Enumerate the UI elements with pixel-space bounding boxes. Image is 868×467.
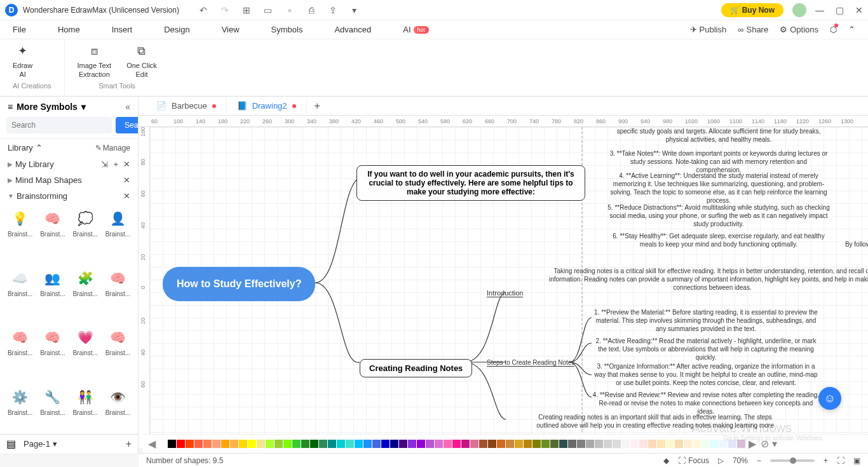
shape-item[interactable]: 🧠Brainst... — [103, 269, 133, 325]
palette-swatch[interactable] — [159, 440, 167, 448]
maximize-button[interactable]: ▢ — [836, 5, 844, 15]
palette-swatch[interactable] — [444, 440, 452, 448]
shape-item[interactable]: 🧠Brainst... — [5, 328, 35, 384]
palette-swatch[interactable] — [399, 440, 407, 448]
edraw-ai-button[interactable]: ✦ Edraw AI — [13, 44, 32, 79]
menu-advanced[interactable]: Advanced — [334, 25, 371, 34]
shape-item[interactable]: 🧩Brainst... — [71, 269, 100, 325]
palette-swatch[interactable] — [390, 440, 398, 448]
publish-button[interactable]: ✈ Publish — [690, 25, 727, 34]
search-button[interactable]: Search — [116, 117, 139, 133]
shape-item[interactable]: 👤Brainst... — [103, 209, 133, 265]
redo-icon[interactable]: ↷ — [220, 5, 230, 15]
canvas[interactable]: How to Study Effectively? If you want to… — [150, 127, 868, 448]
palette-swatch[interactable] — [212, 440, 220, 448]
palette-swatch[interactable] — [604, 440, 612, 448]
palette-swatch[interactable] — [728, 440, 736, 448]
mindmap-tip5[interactable]: 5. **Reduce Distractions**: Avoid multit… — [607, 203, 830, 228]
shape-item[interactable]: 🧠Brainst... — [103, 328, 133, 384]
fit-page-icon[interactable]: ⛶ — [837, 456, 844, 465]
palette-swatch[interactable] — [675, 440, 683, 448]
palette-swatch[interactable] — [266, 440, 274, 448]
palette-swatch[interactable] — [648, 440, 656, 448]
close-mindmap-icon[interactable]: ✕ — [123, 175, 130, 185]
palette-swatch[interactable] — [613, 440, 621, 448]
share-button[interactable]: ∞ Share — [738, 25, 768, 34]
presentation-icon[interactable]: ▷ — [718, 456, 724, 465]
palette-swatch[interactable] — [372, 440, 381, 448]
library-row-brainstorming[interactable]: ▼ Brainstorming ✕ — [0, 188, 138, 204]
palette-swatch[interactable] — [346, 440, 354, 448]
one-click-edit-button[interactable]: ⧉ One Click Edit — [126, 44, 157, 79]
mindmap-tip-extra[interactable]: specific study goals and targets. Alloca… — [607, 127, 830, 144]
mindmap-step2[interactable]: 2. **Active Reading:** Read the material… — [592, 337, 820, 362]
more-symbols-button[interactable]: ≡ More Symbols▾ — [8, 102, 86, 112]
qa-dropdown-icon[interactable]: ▾ — [349, 5, 360, 15]
zoom-thumb[interactable] — [790, 457, 796, 464]
no-fill-icon[interactable]: ⊘ — [761, 438, 769, 450]
mindmap-steps-label[interactable]: Steps to Create Reading Notes — [487, 359, 574, 367]
mindmap-step3[interactable]: 3. **Organize Information:** After activ… — [592, 362, 820, 387]
palette-swatch[interactable] — [719, 440, 728, 448]
zoom-slider[interactable] — [770, 459, 815, 462]
palette-swatch[interactable] — [497, 440, 505, 448]
shape-item[interactable]: 💗Brainst... — [71, 328, 100, 384]
palette-swatch[interactable] — [666, 440, 674, 448]
mindmap-root[interactable]: How to Study Effectively? — [163, 267, 315, 301]
palette-swatch[interactable] — [363, 440, 372, 448]
tab-add-button[interactable]: + — [307, 100, 328, 112]
palette-swatch[interactable] — [639, 440, 648, 448]
palette-swatch[interactable] — [168, 440, 176, 448]
manage-button[interactable]: ✎ Manage — [95, 144, 130, 152]
palette-swatch[interactable] — [710, 440, 719, 448]
palette-swatch[interactable] — [257, 440, 265, 448]
open-icon[interactable]: ▭ — [263, 5, 273, 15]
library-row-my[interactable]: ▶ My Library ⇲+✕ — [0, 156, 138, 172]
palette-swatch[interactable] — [532, 440, 541, 448]
zoom-in-button[interactable]: + — [824, 456, 828, 465]
palette-swatch[interactable] — [488, 440, 496, 448]
tab-barbecue[interactable]: 📄 Barbecue — [146, 98, 227, 113]
minimize-button[interactable]: — — [815, 5, 824, 15]
close-button[interactable]: ✕ — [855, 5, 863, 15]
palette-swatch[interactable] — [292, 440, 301, 448]
shape-item[interactable]: ☁️Brainst... — [5, 269, 35, 325]
palette-swatch[interactable] — [435, 440, 443, 448]
mindmap-tip4[interactable]: 4. **Active Learning**: Understand the s… — [607, 172, 830, 205]
page-add-button[interactable]: + — [126, 438, 132, 450]
sidebar-collapse-icon[interactable]: « — [125, 102, 130, 112]
zoom-level[interactable]: 70% — [733, 456, 748, 465]
palette-swatch[interactable] — [194, 440, 203, 448]
page-tab[interactable]: Page-1 ▾ — [24, 439, 57, 449]
palette-swatch[interactable] — [328, 440, 336, 448]
palette-swatch[interactable] — [230, 440, 238, 448]
palette-swatch[interactable] — [186, 440, 194, 448]
mindmap-step4[interactable]: 4. **Revise and Review:** Review and rev… — [592, 391, 820, 416]
close-library-icon[interactable]: ✕ — [123, 159, 130, 169]
palette-swatch[interactable] — [203, 440, 212, 448]
notifications-icon[interactable]: ⬡ — [830, 25, 837, 34]
mindmap-intro-box[interactable]: If you want to do well in your academic … — [356, 165, 585, 201]
menu-ai[interactable]: AIhot — [403, 25, 429, 34]
palette-swatch[interactable] — [470, 440, 478, 448]
palette-swatch[interactable] — [461, 440, 470, 448]
palette-swatch[interactable] — [355, 440, 363, 448]
shape-item[interactable]: 👥Brainst... — [37, 269, 67, 325]
palette-swatch[interactable] — [221, 440, 229, 448]
menu-insert[interactable]: Insert — [112, 25, 133, 34]
palette-swatch[interactable] — [515, 440, 523, 448]
palette-swatch[interactable] — [702, 440, 710, 448]
palette-swatch[interactable] — [381, 440, 390, 448]
palette-swatch[interactable] — [283, 440, 292, 448]
palette-swatch[interactable] — [595, 440, 603, 448]
palette-swatch[interactable] — [524, 440, 532, 448]
palette-swatch[interactable] — [568, 440, 576, 448]
mindmap-creating-box[interactable]: Creating Reading Notes — [360, 359, 472, 377]
mindmap-creating-outro[interactable]: Creating reading notes is an important s… — [534, 413, 776, 430]
palette-swatch[interactable] — [630, 440, 639, 448]
palette-swatch[interactable] — [541, 440, 550, 448]
menu-symbols[interactable]: Symbols — [271, 25, 303, 34]
palette-swatch[interactable] — [275, 440, 283, 448]
shape-item[interactable]: 💭Brainst... — [71, 209, 100, 265]
help-fab[interactable]: ☺ — [818, 387, 841, 410]
